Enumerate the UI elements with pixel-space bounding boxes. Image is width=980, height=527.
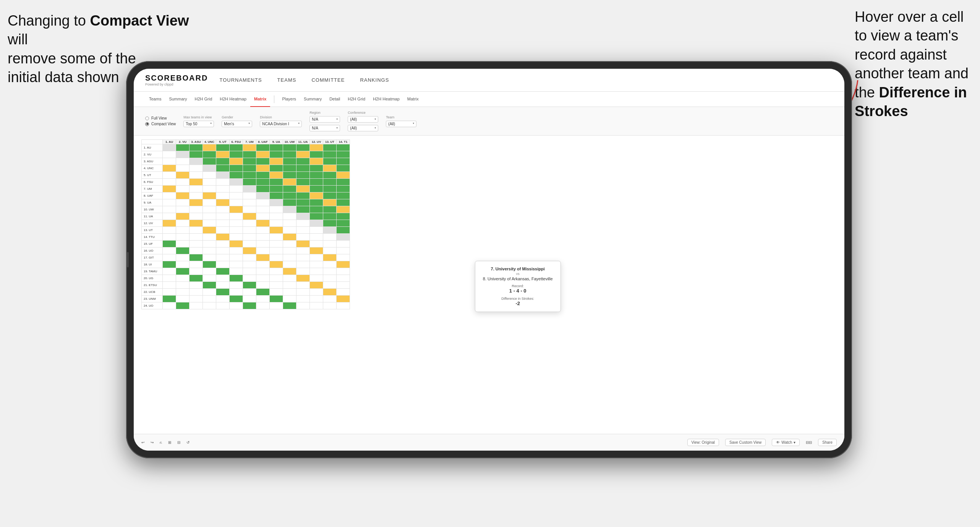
matrix-cell[interactable] (270, 186, 283, 192)
matrix-cell[interactable] (243, 206, 256, 213)
matrix-cell[interactable] (230, 302, 243, 309)
matrix-cell[interactable] (203, 275, 216, 282)
matrix-cell[interactable] (283, 241, 296, 247)
matrix-cell[interactable] (176, 302, 190, 309)
matrix-cell[interactable] (216, 241, 230, 247)
matrix-cell[interactable] (337, 234, 350, 241)
matrix-cell[interactable] (296, 261, 310, 268)
matrix-cell[interactable] (310, 247, 323, 254)
matrix-cell[interactable] (310, 261, 323, 268)
matrix-cell[interactable] (283, 296, 296, 302)
matrix-cell[interactable] (190, 158, 203, 165)
matrix-cell[interactable] (203, 302, 216, 309)
matrix-cell[interactable] (337, 172, 350, 179)
matrix-cell[interactable] (270, 254, 283, 261)
matrix-cell[interactable] (337, 241, 350, 247)
matrix-cell[interactable] (190, 282, 203, 289)
matrix-cell[interactable] (203, 227, 216, 234)
watch-btn[interactable]: 👁 Watch ▾ (772, 439, 800, 446)
matrix-cell[interactable] (337, 282, 350, 289)
matrix-cell[interactable] (256, 296, 270, 302)
matrix-cell[interactable] (176, 192, 190, 199)
matrix-cell[interactable] (243, 247, 256, 254)
matrix-cell[interactable] (270, 234, 283, 241)
matrix-cell[interactable] (190, 151, 203, 158)
matrix-cell[interactable] (256, 179, 270, 186)
matrix-cell[interactable] (337, 144, 350, 151)
matrix-cell[interactable] (203, 179, 216, 186)
tablet-side-button[interactable] (127, 252, 129, 267)
matrix-cell[interactable] (296, 172, 310, 179)
matrix-cell[interactable] (283, 199, 296, 206)
matrix-cell[interactable] (243, 289, 256, 296)
matrix-cell[interactable] (296, 268, 310, 275)
tab-h2h-heatmap1[interactable]: H2H Heatmap (216, 92, 250, 107)
matrix-cell[interactable] (243, 296, 256, 302)
matrix-cell[interactable] (230, 165, 243, 172)
matrix-cell[interactable] (296, 165, 310, 172)
nav-committee[interactable]: COMMITTEE (311, 77, 345, 83)
matrix-cell[interactable] (283, 192, 296, 199)
matrix-cell[interactable] (230, 261, 243, 268)
matrix-cell[interactable] (190, 172, 203, 179)
matrix-cell[interactable] (243, 302, 256, 309)
matrix-cell[interactable] (270, 220, 283, 227)
nav-teams[interactable]: TEAMS (277, 77, 296, 83)
matrix-cell[interactable] (296, 192, 310, 199)
matrix-cell[interactable] (190, 144, 203, 151)
matrix-cell[interactable] (296, 151, 310, 158)
matrix-cell[interactable] (310, 227, 323, 234)
matrix-cell[interactable] (163, 302, 176, 309)
matrix-cell[interactable] (310, 199, 323, 206)
matrix-cell[interactable] (230, 213, 243, 220)
matrix-cell[interactable] (296, 234, 310, 241)
matrix-cell[interactable] (310, 268, 323, 275)
matrix-cell[interactable] (230, 220, 243, 227)
matrix-cell[interactable] (203, 234, 216, 241)
matrix-cell[interactable] (310, 241, 323, 247)
matrix-cell[interactable] (176, 220, 190, 227)
matrix-cell[interactable] (176, 213, 190, 220)
tab-matrix1[interactable]: Matrix (250, 92, 270, 107)
matrix-cell[interactable] (323, 165, 337, 172)
matrix-cell[interactable] (243, 186, 256, 192)
matrix-cell[interactable] (230, 268, 243, 275)
matrix-cell[interactable] (323, 151, 337, 158)
matrix-cell[interactable] (323, 241, 337, 247)
refresh-btn[interactable]: ↺ (186, 440, 190, 445)
matrix-cell[interactable] (337, 213, 350, 220)
matrix-cell[interactable] (323, 268, 337, 275)
grid-btn[interactable]: ⊟⊟ (806, 440, 812, 445)
matrix-cell[interactable] (323, 158, 337, 165)
matrix-cell[interactable] (190, 247, 203, 254)
matrix-cell[interactable] (163, 165, 176, 172)
matrix-cell[interactable] (256, 302, 270, 309)
matrix-cell[interactable] (176, 275, 190, 282)
matrix-cell[interactable] (163, 275, 176, 282)
matrix-cell[interactable] (310, 296, 323, 302)
matrix-cell[interactable] (256, 151, 270, 158)
matrix-cell[interactable] (296, 179, 310, 186)
matrix-cell[interactable] (243, 254, 256, 261)
matrix-cell[interactable] (296, 289, 310, 296)
matrix-cell[interactable] (163, 289, 176, 296)
matrix-cell[interactable] (270, 296, 283, 302)
matrix-cell[interactable] (296, 296, 310, 302)
matrix-cell[interactable] (190, 268, 203, 275)
matrix-cell[interactable] (270, 158, 283, 165)
matrix-cell[interactable] (216, 144, 230, 151)
matrix-cell[interactable] (163, 227, 176, 234)
matrix-cell[interactable] (283, 165, 296, 172)
matrix-cell[interactable] (270, 289, 283, 296)
matrix-cell[interactable] (216, 192, 230, 199)
matrix-cell[interactable] (323, 227, 337, 234)
matrix-cell[interactable] (216, 220, 230, 227)
matrix-cell[interactable] (176, 241, 190, 247)
matrix-cell[interactable] (176, 144, 190, 151)
matrix-cell[interactable] (190, 234, 203, 241)
matrix-cell[interactable] (256, 289, 270, 296)
matrix-cell[interactable] (176, 254, 190, 261)
matrix-cell[interactable] (216, 261, 230, 268)
matrix-cell[interactable] (163, 254, 176, 261)
matrix-cell[interactable] (323, 199, 337, 206)
